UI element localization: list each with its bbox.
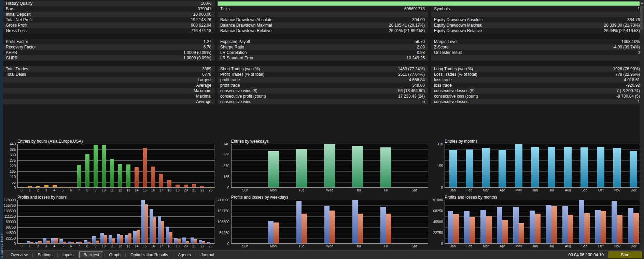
stats-cell[interactable]: Equity Drawdown Absolute384.76 bbox=[431, 17, 643, 23]
category-slot bbox=[182, 144, 190, 187]
stats-cell[interactable]: consecutive wins ($)56 (13 464.90) bbox=[218, 88, 428, 93]
backtest-content: History Quality100%Bars379041Ticks605691… bbox=[3, 0, 644, 259]
bar bbox=[85, 154, 89, 187]
stats-cell[interactable]: Bars379041 bbox=[3, 6, 215, 12]
tab-inputs[interactable]: Inputs bbox=[58, 251, 78, 258]
stat-value: 605691778 bbox=[230, 6, 428, 11]
y-tick-label: 108500 bbox=[218, 220, 229, 224]
panel-side-strip[interactable]: Strategy Tester bbox=[0, 0, 3, 259]
tab-overview[interactable]: Overview bbox=[6, 251, 32, 258]
category-slot bbox=[232, 144, 260, 187]
bar-loss bbox=[617, 215, 622, 243]
bar-profit bbox=[464, 211, 470, 243]
stats-cell[interactable]: Balance Drawdown Relative26.01% (21 992.… bbox=[218, 28, 428, 33]
category-slot bbox=[18, 200, 26, 243]
stat-value: 348.00 bbox=[240, 83, 428, 88]
stats-cell[interactable]: History Quality100% bbox=[3, 1, 215, 6]
stats-cell[interactable]: Maximum bbox=[3, 88, 215, 93]
x-tick-label: May bbox=[510, 188, 527, 193]
stat-value: 7 (-3 209.74) bbox=[475, 88, 643, 93]
bar bbox=[466, 149, 473, 187]
bar bbox=[167, 180, 171, 187]
stats-cell[interactable]: GHPR1.0009 (0.09%) bbox=[3, 55, 215, 61]
category-slot bbox=[372, 144, 400, 187]
stats-cell[interactable]: loss trade-4 018.61 bbox=[431, 77, 643, 83]
tab-graph[interactable]: Graph bbox=[105, 251, 125, 258]
stats-cell[interactable]: Equity Drawdown Maximal28 339.80 (21.73%… bbox=[431, 23, 643, 28]
x-tick-label: 15 bbox=[141, 244, 149, 249]
scroll-up-icon[interactable] bbox=[641, 2, 643, 4]
stats-row bbox=[3, 126, 644, 132]
stats-cell[interactable]: Sharpe Ratio2.89 bbox=[218, 44, 428, 50]
stats-cell[interactable]: Total Net Profit192 148.76 bbox=[3, 17, 215, 23]
stats-cell[interactable]: Ticks605691778 bbox=[218, 6, 428, 12]
chart-pl-by-hours: Profits and losses by hours1780001557501… bbox=[4, 195, 215, 249]
stats-cell[interactable]: Symbols1 bbox=[431, 6, 643, 12]
stats-cell[interactable]: consecutive losses1 bbox=[431, 99, 643, 104]
tab-agents[interactable]: Agents bbox=[174, 251, 195, 258]
stats-cell[interactable]: Margin Level1398.10% bbox=[431, 39, 643, 44]
y-axis: 7405553701850 bbox=[218, 144, 231, 188]
stats-cell[interactable]: LR Correlation0.98 bbox=[218, 50, 428, 55]
tab-journal[interactable]: Journal bbox=[197, 251, 218, 258]
stats-cell[interactable]: Recovery Factor6.78 bbox=[3, 44, 215, 50]
stats-cell[interactable]: profit trade4 656.84 bbox=[218, 77, 428, 83]
stats-cell[interactable]: Short Trades (won %)1463 (77.24%) bbox=[218, 66, 428, 72]
stat-value: 1398.10% bbox=[458, 39, 643, 44]
stats-cell[interactable]: OnTester result0 bbox=[431, 50, 643, 55]
stats-cell[interactable]: Z-Score-4.09 (99.74%) bbox=[431, 44, 643, 50]
stats-cell[interactable]: Total Deals6778 bbox=[3, 72, 215, 77]
tab-optimization-results[interactable]: Optimization Results bbox=[126, 251, 172, 258]
stats-cell[interactable] bbox=[431, 55, 643, 61]
start-button[interactable]: Start bbox=[608, 251, 642, 258]
stats-cell[interactable]: consecutive loss (count)-8 780.84 (5) bbox=[431, 93, 643, 99]
stats-cell[interactable]: Expected Payoff56.70 bbox=[218, 39, 428, 44]
vertical-scrollbar[interactable] bbox=[640, 0, 644, 250]
stats-cell[interactable]: Balance Drawdown Maximal26 105.41 (20.17… bbox=[218, 23, 428, 28]
stats-cell[interactable]: Loss Trades (% of total)778 (22.96%) bbox=[431, 72, 643, 77]
bar-profit bbox=[191, 238, 194, 243]
x-tick-label: Tue bbox=[288, 244, 316, 249]
stats-row: Largestprofit trade4 656.84loss trade-4 … bbox=[3, 77, 644, 83]
stats-cell[interactable]: Balance Drawdown Absolute304.90 bbox=[218, 17, 428, 23]
stats-cell[interactable]: profit trade348.00 bbox=[218, 83, 428, 88]
stats-cell[interactable]: Largest bbox=[3, 77, 215, 83]
stat-value: 379041 bbox=[14, 6, 215, 11]
bar bbox=[53, 185, 57, 187]
x-tick-label: Feb bbox=[461, 244, 477, 249]
stats-cell[interactable]: Average bbox=[3, 99, 215, 104]
stats-cell[interactable] bbox=[218, 12, 428, 17]
stats-cell[interactable]: consecutive profit (count)17 233.43 (24) bbox=[218, 93, 428, 99]
scrollbar-thumb[interactable] bbox=[640, 6, 643, 30]
stats-cell[interactable]: Long Trades (won %)1926 (76.90%) bbox=[431, 66, 643, 72]
bar-profit bbox=[84, 240, 87, 243]
chart-body: 1780001557501335001112508900066750445002… bbox=[4, 200, 215, 244]
bar-loss bbox=[202, 241, 206, 243]
tab-settings[interactable]: Settings bbox=[33, 251, 56, 258]
stats-cell[interactable]: Profit Factor1.27 bbox=[3, 39, 215, 44]
chart-pl-by-months: Profits and losses by months910006825045… bbox=[431, 195, 642, 249]
x-tick-label: 16 bbox=[149, 244, 157, 249]
stats-row: Gross Profit908 622.94Balance Drawdown M… bbox=[3, 23, 644, 28]
stats-cell[interactable]: Average bbox=[3, 83, 215, 88]
stat-label: Total Deals bbox=[3, 72, 26, 77]
stats-cell[interactable]: consecutive losses ($)7 (-3 209.74) bbox=[431, 88, 643, 93]
stats-cell[interactable]: loss trade-920.92 bbox=[431, 83, 643, 88]
stats-cell[interactable]: Gross Profit908 622.94 bbox=[3, 23, 215, 28]
stats-cell[interactable]: Maximal bbox=[3, 93, 215, 99]
stat-value: 1463 (77.24%) bbox=[260, 67, 428, 71]
x-tick-label: 17 bbox=[157, 188, 165, 193]
stats-cell[interactable]: Gross Loss-716 474.18 bbox=[3, 28, 215, 33]
stats-cell[interactable]: Equity Drawdown Relative26.44% (22 416.5… bbox=[431, 28, 643, 33]
stats-cell[interactable]: Profit Trades (% of total)2611 (77.04%) bbox=[218, 72, 428, 77]
stats-cell[interactable]: consecutive wins5 bbox=[218, 99, 428, 104]
stats-cell[interactable]: LR Standard Error10 249.25 bbox=[218, 55, 428, 61]
bar bbox=[564, 147, 572, 187]
category-slot bbox=[478, 200, 494, 243]
stats-cell[interactable] bbox=[431, 12, 643, 17]
tab-backtest[interactable]: Backtest bbox=[79, 251, 103, 258]
category-slot bbox=[182, 200, 190, 243]
stats-cell[interactable]: Total Trades3389 bbox=[3, 66, 215, 72]
stats-cell[interactable]: AHPR1.0009 (0.09%) bbox=[3, 50, 215, 55]
stats-cell[interactable]: Initial Deposit10 000.00 bbox=[3, 12, 215, 17]
